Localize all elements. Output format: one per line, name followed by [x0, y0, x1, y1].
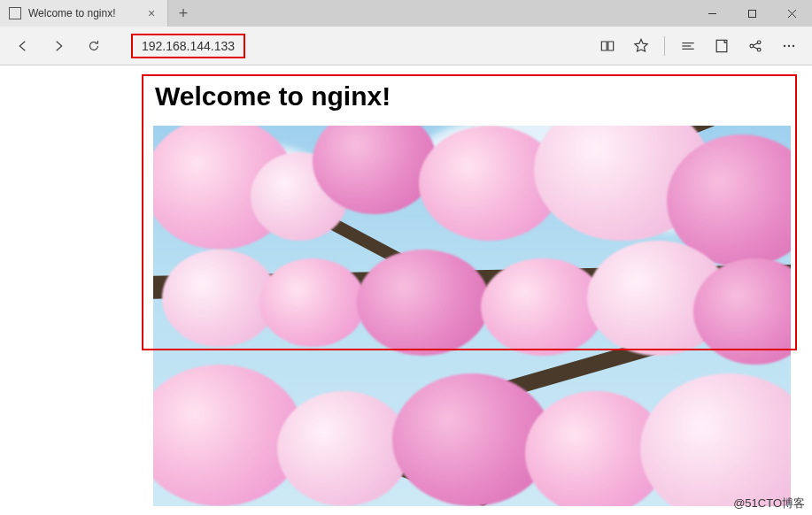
tab-title: Welcome to nginx!: [28, 7, 137, 19]
toolbar: 192.168.144.133: [0, 27, 812, 65]
svg-point-8: [750, 44, 754, 48]
more-button[interactable]: [773, 30, 805, 62]
tab-strip: Welcome to nginx! × +: [0, 0, 812, 27]
close-tab-icon[interactable]: ×: [144, 6, 159, 20]
page-viewport: Welcome to nginx!: [0, 65, 812, 515]
svg-point-15: [793, 44, 794, 46]
page-heading: Welcome to nginx!: [155, 81, 800, 111]
svg-point-10: [757, 48, 761, 51]
new-tab-button[interactable]: +: [168, 0, 198, 27]
address-bar[interactable]: 192.168.144.133: [113, 33, 588, 59]
notes-button[interactable]: [706, 30, 738, 62]
refresh-button[interactable]: [78, 30, 110, 62]
toolbar-right: [592, 30, 805, 62]
svg-point-14: [788, 44, 790, 46]
watermark: @51CTO博客: [733, 496, 805, 511]
share-button[interactable]: [739, 30, 771, 62]
hub-button[interactable]: [672, 30, 704, 62]
maximize-button[interactable]: [732, 0, 772, 27]
svg-rect-1: [749, 10, 756, 17]
back-button[interactable]: [7, 30, 39, 62]
forward-button[interactable]: [43, 30, 74, 62]
window-controls: [692, 0, 812, 27]
svg-line-11: [754, 42, 758, 45]
svg-line-12: [754, 46, 758, 49]
page-content: Welcome to nginx!: [144, 74, 800, 506]
address-text: 192.168.144.133: [131, 34, 245, 58]
reading-view-button[interactable]: [592, 30, 623, 62]
favorite-button[interactable]: [625, 30, 657, 62]
window-close-button[interactable]: [772, 0, 812, 27]
page-icon: [9, 7, 21, 19]
svg-point-9: [757, 41, 761, 44]
minimize-button[interactable]: [692, 0, 732, 27]
tab-strip-spacer: [198, 0, 692, 27]
tab-active[interactable]: Welcome to nginx! ×: [0, 0, 168, 27]
svg-point-13: [784, 44, 785, 46]
toolbar-divider: [664, 36, 665, 56]
hero-image: [153, 126, 791, 506]
